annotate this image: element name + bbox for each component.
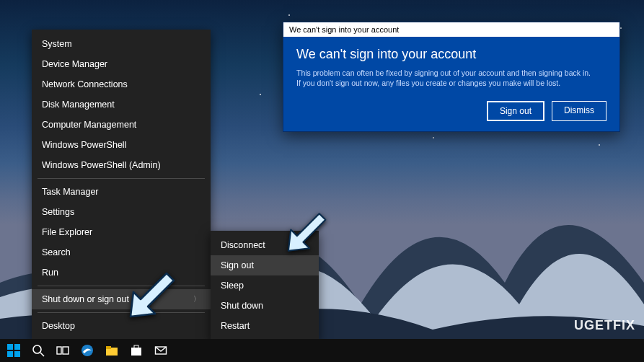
menu-separator: [38, 286, 205, 286]
menu-item-powershell-admin[interactable]: Windows PowerShell (Admin): [32, 155, 211, 175]
star: [260, 94, 261, 95]
taskbar-app-store[interactable]: [127, 341, 146, 360]
dialog-msg-line1: This problem can often be fixed by signi…: [296, 69, 591, 77]
svg-rect-13: [131, 348, 141, 356]
task-view-icon[interactable]: [53, 341, 72, 360]
svg-marker-1: [288, 213, 325, 250]
desktop: We can't sign into your account We can't…: [0, 0, 644, 362]
submenu-item-signout[interactable]: Sign out: [211, 255, 319, 275]
star: [599, 144, 600, 146]
dialog-message: This problem can often be fixed by signi…: [296, 68, 606, 88]
menu-separator: [38, 178, 205, 179]
menu-separator: [38, 312, 205, 313]
taskbar: [0, 339, 644, 362]
star: [433, 137, 434, 138]
svg-rect-9: [63, 347, 69, 354]
signin-error-dialog: We can't sign into your account We can't…: [283, 22, 620, 132]
search-icon[interactable]: [29, 341, 48, 360]
chevron-right-icon: 〉: [193, 294, 200, 304]
star: [620, 27, 622, 29]
watermark: UGETFIX: [574, 318, 635, 333]
menu-item-powershell[interactable]: Windows PowerShell: [32, 135, 211, 155]
dialog-titlebar: We can't sign into your account: [283, 22, 619, 37]
menu-item-desktop[interactable]: Desktop: [32, 316, 211, 336]
submenu-item-restart[interactable]: Restart: [211, 316, 319, 336]
svg-line-7: [40, 353, 44, 356]
menu-item-shutdown-signout[interactable]: Shut down or sign out 〉: [32, 289, 211, 309]
svg-marker-0: [131, 273, 174, 317]
dismiss-button[interactable]: Dismiss: [552, 101, 606, 121]
svg-rect-2: [7, 344, 13, 350]
svg-rect-8: [57, 347, 61, 354]
menu-item-device-manager[interactable]: Device Manager: [32, 54, 211, 74]
dialog-headline: We can't sign into your account: [296, 47, 606, 62]
signout-button[interactable]: Sign out: [487, 101, 544, 121]
svg-point-6: [33, 345, 41, 353]
dialog-msg-line2: If you don't sign out now, any files you…: [296, 79, 560, 87]
menu-item-system[interactable]: System: [32, 34, 211, 54]
submenu-item-shutdown[interactable]: Shut down: [211, 296, 319, 316]
menu-item-computer-management[interactable]: Computer Management: [32, 115, 211, 135]
menu-item-task-manager[interactable]: Task Manager: [32, 182, 211, 202]
menu-item-run[interactable]: Run: [32, 262, 211, 283]
winx-menu: System Device Manager Network Connection…: [32, 30, 211, 340]
taskbar-app-explorer[interactable]: [102, 341, 121, 360]
menu-item-settings[interactable]: Settings: [32, 202, 211, 222]
taskbar-app-edge[interactable]: [78, 341, 97, 360]
svg-rect-3: [14, 344, 20, 350]
star: [288, 14, 290, 16]
menu-item-file-explorer[interactable]: File Explorer: [32, 222, 211, 242]
submenu-item-sleep[interactable]: Sleep: [211, 275, 319, 296]
svg-rect-12: [106, 346, 111, 349]
annotation-arrow-shutdown: [125, 270, 175, 320]
menu-item-search[interactable]: Search: [32, 242, 211, 262]
watermark-text: UGETFIX: [574, 318, 635, 332]
menu-item-label: Shut down or sign out: [42, 294, 129, 304]
start-button[interactable]: [4, 341, 23, 360]
annotation-arrow-signout: [283, 211, 327, 254]
menu-item-disk-management[interactable]: Disk Management: [32, 94, 211, 115]
menu-item-network-connections[interactable]: Network Connections: [32, 74, 211, 94]
svg-rect-4: [7, 351, 13, 357]
svg-rect-5: [14, 351, 20, 357]
taskbar-app-mail[interactable]: [151, 341, 170, 360]
